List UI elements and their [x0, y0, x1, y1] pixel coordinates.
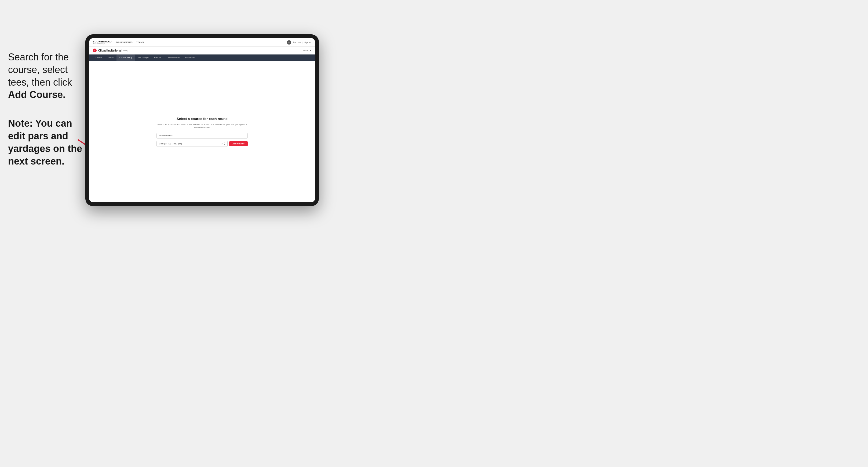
tablet-frame: SCOREBOARD Powered by clippd TOURNAMENTS…: [85, 34, 319, 206]
add-course-button[interactable]: Add Course: [229, 141, 248, 146]
annotation-line1: Search for thecourse, selecttees, then c…: [8, 52, 72, 100]
logo-text: SCOREBOARD: [93, 40, 112, 43]
tee-arrows: ▲ ▼: [224, 142, 225, 145]
tee-arrow-up: ▲: [224, 142, 225, 144]
nav-tournaments[interactable]: TOURNAMENTS: [116, 41, 132, 43]
tablet-screen: SCOREBOARD Powered by clippd TOURNAMENTS…: [89, 38, 315, 203]
annotation-note: Note: You canedit pars andyardages on th…: [8, 117, 86, 167]
tab-tee-groups[interactable]: Tee Groups: [135, 55, 151, 61]
tab-details[interactable]: Details: [93, 55, 105, 61]
tournament-header: C Clippd Invitational (Men) Cancel ✕: [89, 47, 315, 55]
nav-links: TOURNAMENTS TEAMS: [116, 41, 287, 43]
tab-course-setup[interactable]: Course Setup: [117, 55, 135, 61]
tee-select-row: Gold (M) (M) (7010 yds) ✕ ▲ ▼ Add Course: [156, 141, 248, 147]
tee-select[interactable]: Gold (M) (M) (7010 yds) ✕ ▲ ▼: [156, 141, 227, 147]
sign-out-link[interactable]: Sign out: [304, 41, 311, 43]
nav-right: R Test User | Sign out: [287, 40, 311, 44]
tournament-subtitle: (Men): [123, 50, 128, 52]
tab-printables[interactable]: Printables: [183, 55, 197, 61]
tee-select-text: Gold (M) (M) (7010 yds): [159, 143, 221, 145]
annotation-bold: Add Course.: [8, 89, 65, 100]
nav-teams[interactable]: TEAMS: [136, 41, 144, 43]
user-name: Test User: [293, 41, 301, 43]
course-setup-panel: Select a course for each round Search fo…: [156, 117, 248, 147]
tab-bar: Details Teams Course Setup Tee Groups Re…: [89, 55, 315, 61]
tab-leaderboards[interactable]: Leaderboards: [164, 55, 183, 61]
tournament-title: Clippd Invitational: [98, 49, 122, 52]
tab-teams[interactable]: Teams: [105, 55, 117, 61]
tee-clear-icon[interactable]: ✕: [221, 143, 223, 145]
tab-results[interactable]: Results: [151, 55, 164, 61]
tee-arrow-down: ▼: [224, 144, 225, 145]
main-content: Select a course for each round Search fo…: [89, 61, 315, 203]
cancel-icon: ✕: [309, 50, 311, 52]
logo-area: SCOREBOARD Powered by clippd: [93, 40, 112, 44]
logo-sub: Powered by clippd: [93, 43, 112, 44]
annotation-note-text: Note: You canedit pars andyardages on th…: [8, 118, 82, 166]
panel-description: Search for a course and select a tee. Yo…: [156, 123, 248, 129]
user-avatar: R: [287, 40, 291, 44]
top-nav: SCOREBOARD Powered by clippd TOURNAMENTS…: [89, 38, 315, 47]
cancel-button[interactable]: Cancel ✕: [302, 50, 311, 52]
left-annotation: Search for thecourse, selecttees, then c…: [8, 51, 86, 167]
tee-select-controls: ✕ ▲ ▼: [221, 142, 225, 145]
tournament-icon: C: [93, 49, 97, 52]
nav-separator: |: [302, 41, 303, 43]
course-search-input[interactable]: [156, 133, 248, 138]
panel-title: Select a course for each round: [177, 117, 227, 121]
